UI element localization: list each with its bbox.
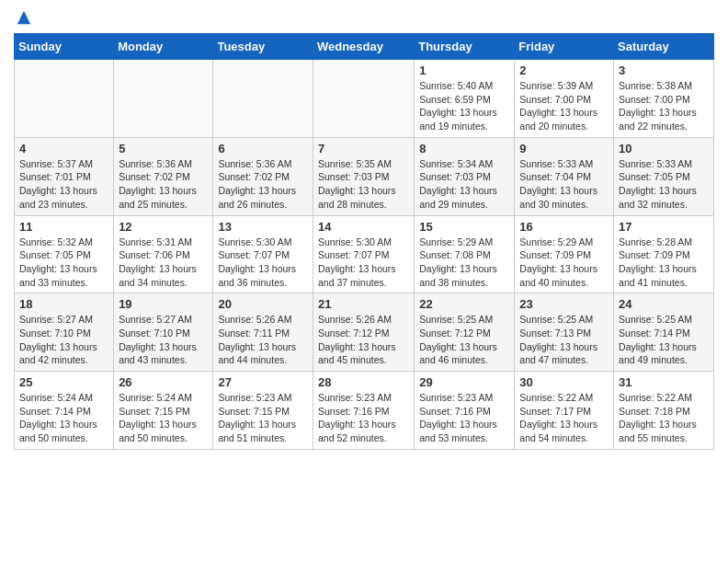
day-info: Sunrise: 5:35 AM Sunset: 7:03 PM Dayligh…: [318, 157, 409, 212]
day-number: 8: [419, 142, 509, 155]
calendar-cell: 20Sunrise: 5:26 AM Sunset: 7:11 PM Dayli…: [213, 293, 313, 372]
week-row-3: 11Sunrise: 5:32 AM Sunset: 7:05 PM Dayli…: [15, 215, 714, 293]
calendar-cell: 31Sunrise: 5:22 AM Sunset: 7:18 PM Dayli…: [614, 372, 714, 450]
day-info: Sunrise: 5:36 AM Sunset: 7:02 PM Dayligh…: [119, 157, 208, 212]
day-info: Sunrise: 5:24 AM Sunset: 7:14 PM Dayligh…: [19, 391, 108, 445]
calendar-cell: 10Sunrise: 5:33 AM Sunset: 7:05 PM Dayli…: [614, 137, 714, 215]
calendar-cell: 16Sunrise: 5:29 AM Sunset: 7:09 PM Dayli…: [515, 215, 614, 293]
calendar-cell: 1Sunrise: 5:40 AM Sunset: 6:59 PM Daylig…: [415, 60, 515, 138]
day-number: 25: [19, 375, 108, 389]
day-number: 7: [318, 142, 409, 155]
day-number: 26: [119, 375, 208, 389]
day-header-sunday: Sunday: [15, 34, 114, 60]
logo: [14, 9, 32, 26]
calendar-cell: 7Sunrise: 5:35 AM Sunset: 7:03 PM Daylig…: [313, 137, 414, 215]
calendar-cell: 6Sunrise: 5:36 AM Sunset: 7:02 PM Daylig…: [213, 137, 313, 215]
day-info: Sunrise: 5:36 AM Sunset: 7:02 PM Dayligh…: [218, 157, 308, 212]
day-info: Sunrise: 5:23 AM Sunset: 7:15 PM Dayligh…: [218, 391, 308, 445]
day-info: Sunrise: 5:23 AM Sunset: 7:16 PM Dayligh…: [318, 391, 409, 445]
svg-marker-0: [17, 11, 30, 24]
day-number: 27: [218, 375, 308, 389]
calendar-cell: [15, 60, 114, 138]
day-number: 28: [318, 375, 409, 389]
day-info: Sunrise: 5:33 AM Sunset: 7:05 PM Dayligh…: [619, 157, 709, 212]
day-info: Sunrise: 5:31 AM Sunset: 7:06 PM Dayligh…: [119, 236, 208, 290]
day-info: Sunrise: 5:26 AM Sunset: 7:11 PM Dayligh…: [218, 313, 308, 367]
calendar-cell: 9Sunrise: 5:33 AM Sunset: 7:04 PM Daylig…: [515, 137, 614, 215]
day-number: 23: [519, 297, 609, 311]
day-number: 5: [119, 142, 208, 155]
day-info: Sunrise: 5:25 AM Sunset: 7:14 PM Dayligh…: [619, 313, 709, 367]
calendar-cell: 29Sunrise: 5:23 AM Sunset: 7:16 PM Dayli…: [415, 372, 515, 450]
calendar-cell: 24Sunrise: 5:25 AM Sunset: 7:14 PM Dayli…: [614, 293, 714, 372]
day-info: Sunrise: 5:22 AM Sunset: 7:18 PM Dayligh…: [619, 391, 709, 445]
calendar-cell: 21Sunrise: 5:26 AM Sunset: 7:12 PM Dayli…: [313, 293, 414, 372]
calendar-cell: [213, 60, 313, 138]
day-number: 21: [318, 297, 409, 311]
day-info: Sunrise: 5:38 AM Sunset: 7:00 PM Dayligh…: [619, 79, 709, 133]
calendar-cell: 3Sunrise: 5:38 AM Sunset: 7:00 PM Daylig…: [614, 60, 714, 138]
calendar-cell: 25Sunrise: 5:24 AM Sunset: 7:14 PM Dayli…: [15, 372, 114, 450]
day-info: Sunrise: 5:34 AM Sunset: 7:03 PM Dayligh…: [419, 157, 509, 212]
day-info: Sunrise: 5:30 AM Sunset: 7:07 PM Dayligh…: [318, 236, 409, 290]
calendar-header-row: SundayMondayTuesdayWednesdayThursdayFrid…: [15, 34, 714, 60]
calendar-table: SundayMondayTuesdayWednesdayThursdayFrid…: [14, 33, 714, 450]
day-header-tuesday: Tuesday: [213, 34, 313, 60]
day-number: 12: [119, 220, 208, 234]
calendar-cell: 14Sunrise: 5:30 AM Sunset: 7:07 PM Dayli…: [313, 215, 414, 293]
calendar-cell: [313, 60, 414, 138]
week-row-4: 18Sunrise: 5:27 AM Sunset: 7:10 PM Dayli…: [15, 293, 714, 372]
day-info: Sunrise: 5:27 AM Sunset: 7:10 PM Dayligh…: [119, 313, 208, 367]
page-container: SundayMondayTuesdayWednesdayThursdayFrid…: [0, 0, 728, 459]
day-number: 10: [619, 142, 709, 155]
week-row-5: 25Sunrise: 5:24 AM Sunset: 7:14 PM Dayli…: [15, 372, 714, 450]
calendar-cell: 12Sunrise: 5:31 AM Sunset: 7:06 PM Dayli…: [114, 215, 213, 293]
day-info: Sunrise: 5:32 AM Sunset: 7:05 PM Dayligh…: [19, 236, 108, 290]
day-info: Sunrise: 5:39 AM Sunset: 7:00 PM Dayligh…: [519, 79, 609, 133]
day-number: 24: [619, 297, 709, 311]
day-number: 31: [619, 375, 709, 389]
day-number: 6: [218, 142, 308, 155]
calendar-cell: 26Sunrise: 5:24 AM Sunset: 7:15 PM Dayli…: [114, 372, 213, 450]
header: [14, 9, 714, 26]
day-info: Sunrise: 5:29 AM Sunset: 7:08 PM Dayligh…: [419, 236, 509, 290]
day-number: 1: [419, 63, 509, 77]
day-number: 13: [218, 220, 308, 234]
day-header-friday: Friday: [515, 34, 614, 60]
day-info: Sunrise: 5:33 AM Sunset: 7:04 PM Dayligh…: [519, 157, 609, 212]
calendar-cell: 30Sunrise: 5:22 AM Sunset: 7:17 PM Dayli…: [515, 372, 614, 450]
day-info: Sunrise: 5:25 AM Sunset: 7:13 PM Dayligh…: [519, 313, 609, 367]
day-info: Sunrise: 5:25 AM Sunset: 7:12 PM Dayligh…: [419, 313, 509, 367]
day-number: 30: [519, 375, 609, 389]
week-row-1: 1Sunrise: 5:40 AM Sunset: 6:59 PM Daylig…: [15, 60, 714, 138]
day-info: Sunrise: 5:26 AM Sunset: 7:12 PM Dayligh…: [318, 313, 409, 367]
day-header-thursday: Thursday: [415, 34, 515, 60]
calendar-cell: 27Sunrise: 5:23 AM Sunset: 7:15 PM Dayli…: [213, 372, 313, 450]
calendar-cell: 2Sunrise: 5:39 AM Sunset: 7:00 PM Daylig…: [515, 60, 614, 138]
calendar-cell: 17Sunrise: 5:28 AM Sunset: 7:09 PM Dayli…: [614, 215, 714, 293]
calendar-cell: 5Sunrise: 5:36 AM Sunset: 7:02 PM Daylig…: [114, 137, 213, 215]
calendar-cell: 19Sunrise: 5:27 AM Sunset: 7:10 PM Dayli…: [114, 293, 213, 372]
day-number: 16: [519, 220, 609, 234]
logo-text: [14, 9, 32, 26]
day-info: Sunrise: 5:30 AM Sunset: 7:07 PM Dayligh…: [218, 236, 308, 290]
day-number: 19: [119, 297, 208, 311]
day-number: 18: [19, 297, 108, 311]
calendar-cell: 13Sunrise: 5:30 AM Sunset: 7:07 PM Dayli…: [213, 215, 313, 293]
day-info: Sunrise: 5:29 AM Sunset: 7:09 PM Dayligh…: [519, 236, 609, 290]
day-number: 15: [419, 220, 509, 234]
calendar-cell: 22Sunrise: 5:25 AM Sunset: 7:12 PM Dayli…: [415, 293, 515, 372]
day-number: 14: [318, 220, 409, 234]
calendar-cell: 8Sunrise: 5:34 AM Sunset: 7:03 PM Daylig…: [415, 137, 515, 215]
calendar-cell: 23Sunrise: 5:25 AM Sunset: 7:13 PM Dayli…: [515, 293, 614, 372]
day-header-saturday: Saturday: [614, 34, 714, 60]
day-number: 4: [19, 142, 108, 155]
calendar-cell: 18Sunrise: 5:27 AM Sunset: 7:10 PM Dayli…: [15, 293, 114, 372]
day-info: Sunrise: 5:22 AM Sunset: 7:17 PM Dayligh…: [519, 391, 609, 445]
day-info: Sunrise: 5:40 AM Sunset: 6:59 PM Dayligh…: [419, 79, 509, 133]
day-info: Sunrise: 5:27 AM Sunset: 7:10 PM Dayligh…: [19, 313, 108, 367]
day-number: 11: [19, 220, 108, 234]
calendar-cell: [114, 60, 213, 138]
day-number: 20: [218, 297, 308, 311]
day-number: 29: [419, 375, 509, 389]
